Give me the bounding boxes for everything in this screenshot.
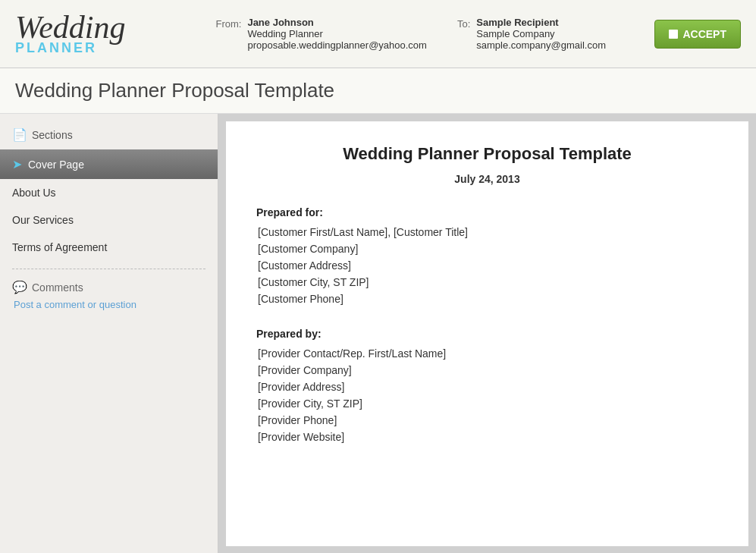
sidebar-comments-section: 💬 Comments Post a comment or question bbox=[0, 277, 218, 316]
document-icon: 📄 bbox=[12, 127, 27, 142]
field-provider-website: [Provider Website] bbox=[256, 431, 718, 443]
prepared-by-section: Prepared by: [Provider Contact/Rep. Firs… bbox=[256, 328, 718, 443]
logo-wedding-text: Wedding bbox=[15, 11, 167, 43]
field-customer-address: [Customer Address] bbox=[256, 259, 718, 272]
comments-header: 💬 Comments bbox=[12, 280, 205, 294]
prepared-for-label: Prepared for: bbox=[256, 206, 718, 218]
field-provider-name: [Provider Contact/Rep. First/Last Name] bbox=[256, 347, 718, 360]
to-name: Sample Recipient bbox=[476, 17, 606, 28]
sidebar-item-terms[interactable]: Terms of Agreement bbox=[0, 234, 218, 261]
post-comment-link[interactable]: Post a comment or question bbox=[12, 299, 205, 310]
prepared-by-label: Prepared by: bbox=[256, 328, 718, 340]
sidebar-sections-header: 📄 Sections bbox=[0, 124, 218, 149]
content-area: Wedding Planner Proposal Template July 2… bbox=[226, 121, 748, 546]
accept-button-label: ACCEPT bbox=[682, 28, 726, 40]
content-date: July 24, 2013 bbox=[256, 173, 718, 185]
to-block: To: Sample Recipient Sample Company samp… bbox=[457, 17, 606, 51]
main-layout: 📄 Sections ➤ Cover Page About Us Our Ser… bbox=[0, 114, 756, 553]
from-to-section: From: Jane Johnson Wedding Planner propo… bbox=[167, 17, 654, 51]
field-customer-company: [Customer Company] bbox=[256, 243, 718, 255]
sidebar-item-services-label: Our Services bbox=[12, 214, 74, 226]
from-title: Wedding Planner bbox=[247, 28, 427, 39]
to-content: Sample Recipient Sample Company sample.c… bbox=[476, 17, 606, 51]
logo-planner-text: PLANNER bbox=[15, 40, 167, 56]
from-name: Jane Johnson bbox=[247, 17, 427, 28]
sidebar-item-cover-label: Cover Page bbox=[28, 159, 84, 171]
to-email: sample.company@gmail.com bbox=[476, 39, 606, 51]
accept-button[interactable]: ACCEPT bbox=[654, 20, 741, 49]
from-block: From: Jane Johnson Wedding Planner propo… bbox=[215, 17, 426, 51]
sidebar-sections-label: Sections bbox=[32, 129, 73, 141]
comments-label: Comments bbox=[32, 281, 83, 294]
field-provider-phone: [Provider Phone] bbox=[256, 414, 718, 426]
content-title: Wedding Planner Proposal Template bbox=[256, 144, 718, 164]
sidebar-item-about-us[interactable]: About Us bbox=[0, 179, 218, 206]
page-title-bar: Wedding Planner Proposal Template bbox=[0, 68, 756, 114]
sidebar: 📄 Sections ➤ Cover Page About Us Our Ser… bbox=[0, 114, 218, 553]
page-header: Wedding PLANNER From: Jane Johnson Weddi… bbox=[0, 0, 756, 68]
field-customer-name: [Customer First/Last Name], [Customer Ti… bbox=[256, 226, 718, 238]
sidebar-item-cover-page[interactable]: ➤ Cover Page bbox=[0, 149, 218, 179]
accept-check-icon bbox=[669, 30, 678, 39]
from-content: Jane Johnson Wedding Planner proposable.… bbox=[247, 17, 427, 51]
arrow-right-icon: ➤ bbox=[12, 157, 22, 171]
sidebar-item-about-label: About Us bbox=[12, 187, 56, 199]
comment-icon: 💬 bbox=[12, 280, 27, 294]
field-provider-city: [Provider City, ST ZIP] bbox=[256, 397, 718, 410]
from-email: proposable.weddingplanner@yahoo.com bbox=[247, 39, 427, 51]
field-provider-address: [Provider Address] bbox=[256, 381, 718, 393]
page-title: Wedding Planner Proposal Template bbox=[15, 79, 741, 102]
sidebar-item-our-services[interactable]: Our Services bbox=[0, 206, 218, 234]
field-provider-company: [Provider Company] bbox=[256, 364, 718, 376]
sidebar-item-terms-label: Terms of Agreement bbox=[12, 241, 107, 253]
logo: Wedding PLANNER bbox=[15, 11, 167, 56]
field-customer-city: [Customer City, ST ZIP] bbox=[256, 276, 718, 288]
sidebar-divider bbox=[12, 269, 205, 269]
to-company: Sample Company bbox=[476, 28, 606, 39]
field-customer-phone: [Customer Phone] bbox=[256, 293, 718, 305]
from-label: From: bbox=[215, 17, 241, 51]
to-label: To: bbox=[457, 17, 470, 51]
